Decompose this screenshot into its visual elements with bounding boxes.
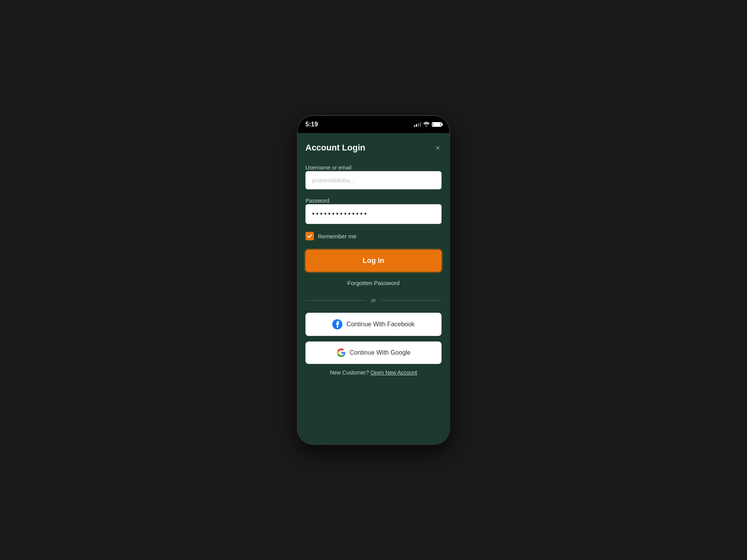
password-label: Password xyxy=(305,198,329,204)
forgotten-password-link[interactable]: Forgotten Password xyxy=(305,280,442,286)
battery-icon xyxy=(432,122,442,127)
google-button-label: Continue With Google xyxy=(350,349,411,356)
google-login-button[interactable]: Continue With Google xyxy=(305,341,442,364)
facebook-login-button[interactable]: Continue With Facebook xyxy=(305,313,442,336)
wifi-icon xyxy=(423,121,430,128)
new-customer-text: New Customer? Open New Account xyxy=(305,369,442,380)
divider-text: or xyxy=(371,297,376,303)
remember-me-row: Remember me xyxy=(305,232,442,240)
username-label: Username or email xyxy=(305,164,351,171)
login-form-container: Account Login × Username or email Passwo… xyxy=(298,133,449,389)
login-button[interactable]: Log In xyxy=(305,250,442,272)
signal-icon xyxy=(414,122,421,127)
form-header: Account Login × xyxy=(305,142,442,153)
facebook-icon xyxy=(332,319,342,329)
svg-point-0 xyxy=(426,126,427,126)
open-new-account-link[interactable]: Open New Account xyxy=(370,369,417,376)
remember-me-checkbox[interactable] xyxy=(305,232,314,240)
password-input[interactable] xyxy=(305,204,442,224)
status-time: 5:19 xyxy=(305,121,318,128)
remember-me-label: Remember me xyxy=(318,233,356,240)
facebook-button-label: Continue With Facebook xyxy=(346,321,414,328)
username-input[interactable] xyxy=(305,171,442,189)
page-title: Account Login xyxy=(305,143,365,153)
close-button[interactable]: × xyxy=(434,142,442,153)
phone-frame: 5:19 Account Login xyxy=(298,116,449,444)
divider: or xyxy=(305,297,442,303)
divider-line-left xyxy=(305,300,366,301)
status-bar: 5:19 xyxy=(298,116,449,133)
status-icons xyxy=(414,121,442,128)
google-icon xyxy=(337,348,346,357)
divider-line-right xyxy=(381,300,442,301)
